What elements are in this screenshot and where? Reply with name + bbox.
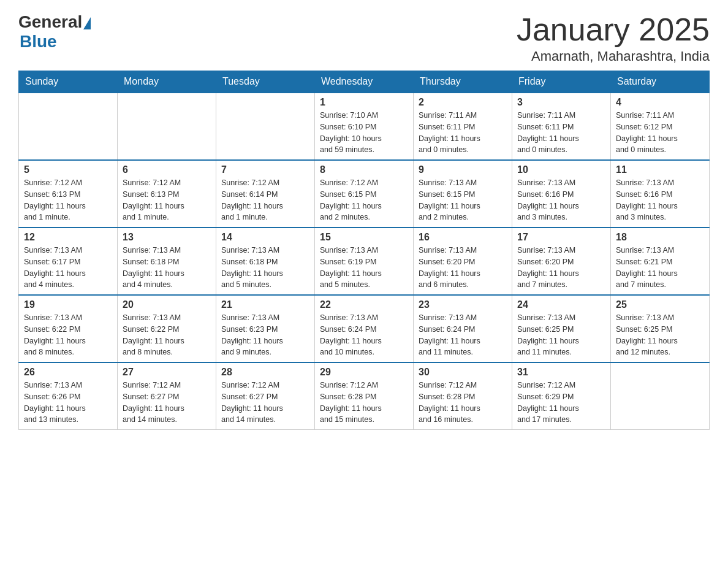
day-info: Sunrise: 7:12 AM Sunset: 6:13 PM Dayligh… — [123, 177, 211, 223]
location-text: Amarnath, Maharashtra, India — [517, 48, 710, 64]
calendar-cell: 11Sunrise: 7:13 AM Sunset: 6:16 PM Dayli… — [611, 160, 710, 228]
calendar-cell: 4Sunrise: 7:11 AM Sunset: 6:12 PM Daylig… — [611, 93, 710, 160]
day-number: 21 — [221, 299, 309, 310]
day-number: 9 — [419, 164, 507, 175]
day-number: 7 — [221, 164, 309, 175]
day-info: Sunrise: 7:11 AM Sunset: 6:11 PM Dayligh… — [419, 110, 507, 156]
day-number: 23 — [419, 299, 507, 310]
calendar-cell: 19Sunrise: 7:13 AM Sunset: 6:22 PM Dayli… — [19, 295, 118, 362]
day-number: 19 — [24, 299, 112, 310]
calendar-week-row: 12Sunrise: 7:13 AM Sunset: 6:17 PM Dayli… — [19, 228, 710, 295]
day-info: Sunrise: 7:13 AM Sunset: 6:22 PM Dayligh… — [123, 312, 211, 358]
day-info: Sunrise: 7:11 AM Sunset: 6:12 PM Dayligh… — [616, 110, 704, 156]
calendar-cell: 29Sunrise: 7:12 AM Sunset: 6:28 PM Dayli… — [315, 362, 414, 430]
calendar-cell: 15Sunrise: 7:13 AM Sunset: 6:19 PM Dayli… — [315, 228, 414, 295]
logo-general-text: General — [18, 12, 82, 32]
calendar-cell — [611, 362, 710, 430]
calendar-cell: 24Sunrise: 7:13 AM Sunset: 6:25 PM Dayli… — [512, 295, 611, 362]
calendar-week-row: 1Sunrise: 7:10 AM Sunset: 6:10 PM Daylig… — [19, 93, 710, 160]
calendar-cell: 18Sunrise: 7:13 AM Sunset: 6:21 PM Dayli… — [611, 228, 710, 295]
day-info: Sunrise: 7:10 AM Sunset: 6:10 PM Dayligh… — [320, 110, 408, 156]
day-info: Sunrise: 7:13 AM Sunset: 6:23 PM Dayligh… — [221, 312, 309, 358]
calendar-cell: 23Sunrise: 7:13 AM Sunset: 6:24 PM Dayli… — [414, 295, 512, 362]
day-number: 20 — [123, 299, 211, 310]
calendar-cell: 6Sunrise: 7:12 AM Sunset: 6:13 PM Daylig… — [118, 160, 216, 228]
day-number: 1 — [320, 97, 408, 108]
calendar-body: 1Sunrise: 7:10 AM Sunset: 6:10 PM Daylig… — [19, 93, 710, 430]
calendar-cell: 17Sunrise: 7:13 AM Sunset: 6:20 PM Dayli… — [512, 228, 611, 295]
calendar-cell: 14Sunrise: 7:13 AM Sunset: 6:18 PM Dayli… — [216, 228, 315, 295]
day-number: 22 — [320, 299, 408, 310]
day-number: 6 — [123, 164, 211, 175]
calendar-cell: 22Sunrise: 7:13 AM Sunset: 6:24 PM Dayli… — [315, 295, 414, 362]
day-number: 3 — [517, 97, 605, 108]
day-number: 13 — [123, 232, 211, 243]
day-info: Sunrise: 7:12 AM Sunset: 6:27 PM Dayligh… — [123, 380, 211, 426]
day-number: 27 — [123, 367, 211, 378]
calendar-week-row: 5Sunrise: 7:12 AM Sunset: 6:13 PM Daylig… — [19, 160, 710, 228]
calendar-table: SundayMondayTuesdayWednesdayThursdayFrid… — [18, 71, 710, 430]
day-of-week-header: Monday — [118, 71, 216, 93]
day-info: Sunrise: 7:13 AM Sunset: 6:25 PM Dayligh… — [517, 312, 605, 358]
logo-triangle-icon — [83, 17, 91, 29]
header-row: SundayMondayTuesdayWednesdayThursdayFrid… — [19, 71, 710, 93]
day-of-week-header: Wednesday — [315, 71, 414, 93]
day-info: Sunrise: 7:12 AM Sunset: 6:27 PM Dayligh… — [221, 380, 309, 426]
calendar-cell: 2Sunrise: 7:11 AM Sunset: 6:11 PM Daylig… — [414, 93, 512, 160]
day-info: Sunrise: 7:13 AM Sunset: 6:18 PM Dayligh… — [123, 245, 211, 291]
logo-blue-text: Blue — [20, 32, 57, 51]
calendar-cell: 25Sunrise: 7:13 AM Sunset: 6:25 PM Dayli… — [611, 295, 710, 362]
day-number: 29 — [320, 367, 408, 378]
day-number: 30 — [419, 367, 507, 378]
day-info: Sunrise: 7:13 AM Sunset: 6:18 PM Dayligh… — [221, 245, 309, 291]
calendar-week-row: 19Sunrise: 7:13 AM Sunset: 6:22 PM Dayli… — [19, 295, 710, 362]
day-number: 24 — [517, 299, 605, 310]
day-info: Sunrise: 7:13 AM Sunset: 6:21 PM Dayligh… — [616, 245, 704, 291]
calendar-cell: 9Sunrise: 7:13 AM Sunset: 6:15 PM Daylig… — [414, 160, 512, 228]
day-number: 14 — [221, 232, 309, 243]
day-info: Sunrise: 7:12 AM Sunset: 6:14 PM Dayligh… — [221, 177, 309, 223]
day-info: Sunrise: 7:13 AM Sunset: 6:26 PM Dayligh… — [24, 380, 112, 426]
day-info: Sunrise: 7:13 AM Sunset: 6:20 PM Dayligh… — [419, 245, 507, 291]
calendar-cell: 28Sunrise: 7:12 AM Sunset: 6:27 PM Dayli… — [216, 362, 315, 430]
calendar-cell: 13Sunrise: 7:13 AM Sunset: 6:18 PM Dayli… — [118, 228, 216, 295]
day-number: 15 — [320, 232, 408, 243]
day-number: 28 — [221, 367, 309, 378]
calendar-cell: 16Sunrise: 7:13 AM Sunset: 6:20 PM Dayli… — [414, 228, 512, 295]
day-info: Sunrise: 7:13 AM Sunset: 6:20 PM Dayligh… — [517, 245, 605, 291]
calendar-header: SundayMondayTuesdayWednesdayThursdayFrid… — [19, 71, 710, 93]
calendar-cell: 21Sunrise: 7:13 AM Sunset: 6:23 PM Dayli… — [216, 295, 315, 362]
day-number: 31 — [517, 367, 605, 378]
day-info: Sunrise: 7:13 AM Sunset: 6:24 PM Dayligh… — [419, 312, 507, 358]
calendar-cell: 8Sunrise: 7:12 AM Sunset: 6:15 PM Daylig… — [315, 160, 414, 228]
day-number: 2 — [419, 97, 507, 108]
day-info: Sunrise: 7:13 AM Sunset: 6:22 PM Dayligh… — [24, 312, 112, 358]
day-number: 8 — [320, 164, 408, 175]
day-number: 10 — [517, 164, 605, 175]
month-title: January 2025 — [517, 12, 710, 47]
day-info: Sunrise: 7:12 AM Sunset: 6:15 PM Dayligh… — [320, 177, 408, 223]
day-number: 16 — [419, 232, 507, 243]
title-section: January 2025 Amarnath, Maharashtra, Indi… — [517, 12, 710, 64]
day-info: Sunrise: 7:12 AM Sunset: 6:28 PM Dayligh… — [320, 380, 408, 426]
day-info: Sunrise: 7:13 AM Sunset: 6:16 PM Dayligh… — [616, 177, 704, 223]
day-info: Sunrise: 7:13 AM Sunset: 6:15 PM Dayligh… — [419, 177, 507, 223]
calendar-cell: 1Sunrise: 7:10 AM Sunset: 6:10 PM Daylig… — [315, 93, 414, 160]
calendar-cell: 20Sunrise: 7:13 AM Sunset: 6:22 PM Dayli… — [118, 295, 216, 362]
calendar-cell: 26Sunrise: 7:13 AM Sunset: 6:26 PM Dayli… — [19, 362, 118, 430]
day-of-week-header: Saturday — [611, 71, 710, 93]
calendar-week-row: 26Sunrise: 7:13 AM Sunset: 6:26 PM Dayli… — [19, 362, 710, 430]
calendar-cell: 3Sunrise: 7:11 AM Sunset: 6:11 PM Daylig… — [512, 93, 611, 160]
day-number: 17 — [517, 232, 605, 243]
day-of-week-header: Sunday — [19, 71, 118, 93]
day-number: 18 — [616, 232, 704, 243]
day-info: Sunrise: 7:12 AM Sunset: 6:13 PM Dayligh… — [24, 177, 112, 223]
day-number: 12 — [24, 232, 112, 243]
day-of-week-header: Thursday — [414, 71, 512, 93]
day-info: Sunrise: 7:11 AM Sunset: 6:11 PM Dayligh… — [517, 110, 605, 156]
calendar-cell: 30Sunrise: 7:12 AM Sunset: 6:28 PM Dayli… — [414, 362, 512, 430]
calendar-cell — [19, 93, 118, 160]
day-number: 26 — [24, 367, 112, 378]
day-number: 25 — [616, 299, 704, 310]
day-info: Sunrise: 7:12 AM Sunset: 6:28 PM Dayligh… — [419, 380, 507, 426]
